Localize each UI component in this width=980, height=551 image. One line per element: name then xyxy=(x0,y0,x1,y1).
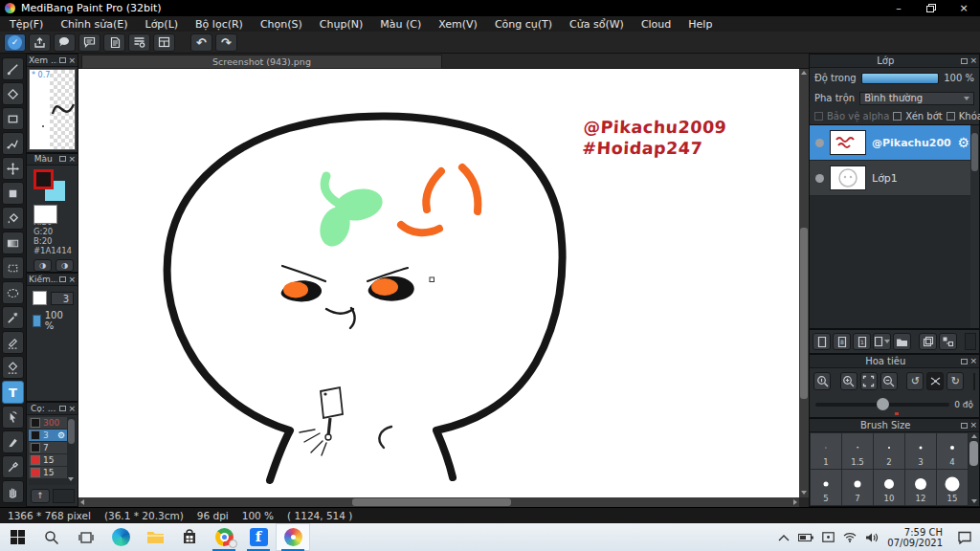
settings-list-button[interactable] xyxy=(128,33,150,52)
navigator-scrollbar[interactable] xyxy=(973,373,975,390)
taskbar-medibang[interactable] xyxy=(276,523,310,551)
brush-tool[interactable] xyxy=(2,57,24,80)
maximize-button[interactable] xyxy=(915,0,947,16)
brush-settings-icon[interactable]: ⚙ xyxy=(57,430,65,440)
brush-size-field[interactable]: 3 xyxy=(51,292,74,305)
brush-size-close-icon[interactable]: × xyxy=(969,421,977,430)
layer-row[interactable]: Lớp1 xyxy=(810,161,979,196)
start-button[interactable] xyxy=(0,523,34,551)
battery-icon[interactable] xyxy=(798,533,813,542)
menu-cloud[interactable]: Cloud xyxy=(641,18,671,31)
taskbar-chrome[interactable] xyxy=(207,523,241,551)
reset-view-button[interactable] xyxy=(926,372,944,390)
text-tool[interactable]: T xyxy=(2,381,24,404)
brush-opacity-value[interactable]: 100 % xyxy=(45,310,74,331)
brush-item[interactable]: 7 xyxy=(29,442,67,454)
taskbar-clock[interactable]: 7:59 CH 07/09/2021 xyxy=(887,527,943,548)
preview-close-icon[interactable]: × xyxy=(68,56,76,65)
cloud-sync-button[interactable]: ✓ xyxy=(4,33,26,52)
blend-mode-dropdown[interactable]: Bình thường xyxy=(859,92,974,105)
document-button[interactable] xyxy=(103,33,125,52)
brush-list-close-icon[interactable]: × xyxy=(68,405,76,413)
taskbar-store[interactable] xyxy=(172,523,207,551)
new-folder-button[interactable] xyxy=(893,333,911,350)
pen-tool[interactable] xyxy=(2,430,24,453)
taskbar-explorer[interactable] xyxy=(138,523,172,551)
close-button[interactable]: × xyxy=(947,0,980,16)
select-pen-tool[interactable] xyxy=(2,331,24,354)
palette-button[interactable]: ◑ xyxy=(33,259,52,272)
brush-preview-swatch[interactable] xyxy=(33,291,47,305)
color-close-icon[interactable]: × xyxy=(68,155,76,164)
zoom-actual-button[interactable] xyxy=(813,372,831,390)
eraser-tool[interactable] xyxy=(2,82,24,105)
menu-help[interactable]: Help xyxy=(688,18,712,31)
opacity-slider[interactable] xyxy=(861,73,940,84)
preview-popout-icon[interactable] xyxy=(59,57,66,63)
speaker-icon[interactable] xyxy=(865,532,879,543)
taskbar-edge[interactable] xyxy=(103,523,138,551)
rotation-slider[interactable] xyxy=(815,403,949,407)
move-tool[interactable] xyxy=(2,157,24,180)
eyedropper-tool[interactable] xyxy=(2,455,24,478)
menu-bo-loc[interactable]: Bộ lọc(R) xyxy=(195,18,243,31)
lasso-tool[interactable] xyxy=(2,281,24,304)
window-layout-button[interactable] xyxy=(153,33,175,52)
hscroll-thumb[interactable] xyxy=(352,498,511,506)
document-tab[interactable]: Screenshot (943).png xyxy=(81,55,442,69)
minimize-button[interactable]: – xyxy=(882,0,915,16)
new-8bit-layer-button[interactable]: 8 xyxy=(833,333,851,350)
color-popout-icon[interactable] xyxy=(59,156,66,162)
foreground-color-swatch[interactable] xyxy=(33,169,54,189)
operation-tool[interactable] xyxy=(2,406,24,429)
shape-brush-tool[interactable] xyxy=(2,107,24,130)
canvas-vscrollbar[interactable] xyxy=(799,69,809,497)
menu-cong-cu[interactable]: Công cụ(T) xyxy=(495,18,552,31)
navigator-popout-icon[interactable] xyxy=(961,359,968,364)
zoom-in-button[interactable] xyxy=(840,372,858,390)
brush-item[interactable]: 15 xyxy=(29,454,67,467)
fit-screen-button[interactable] xyxy=(860,372,878,390)
brush-size-option[interactable]: 1 xyxy=(811,433,841,469)
brush-size-option[interactable]: 1.5 xyxy=(842,433,873,469)
menu-lop[interactable]: Lớp(L) xyxy=(145,18,179,31)
hand-tool[interactable] xyxy=(2,480,24,503)
layer-gear-icon[interactable]: ⚙ xyxy=(957,135,969,150)
gradient-tool[interactable] xyxy=(2,231,24,254)
brush-size-scrollbar[interactable] xyxy=(969,432,979,506)
new-1bit-layer-button[interactable]: 1 xyxy=(853,333,871,350)
brush-opacity-swatch[interactable] xyxy=(33,315,41,327)
select-eraser-tool[interactable] xyxy=(2,356,24,379)
new-layer-button[interactable] xyxy=(813,333,831,350)
brush-size-option[interactable]: 15 xyxy=(937,470,968,505)
navigator-close-icon[interactable]: × xyxy=(969,357,977,365)
layer-popout-icon[interactable] xyxy=(961,58,968,64)
layer-visibility-icon[interactable] xyxy=(815,139,824,147)
bucket-tool[interactable] xyxy=(2,207,24,230)
taskbar-facebook[interactable]: f xyxy=(241,523,276,551)
brush-size-option[interactable]: 5 xyxy=(811,470,841,505)
brush-size-option[interactable]: 12 xyxy=(905,470,936,505)
menu-xem[interactable]: Xem(V) xyxy=(438,18,478,31)
brush-size-option[interactable]: 4 xyxy=(937,433,968,469)
menu-chup[interactable]: Chụp(N) xyxy=(320,18,363,31)
tray-expand-icon[interactable] xyxy=(778,534,790,541)
clipping-checkbox[interactable] xyxy=(893,112,902,121)
layer-row-selected[interactable]: @Pikachu2009 ⚙ xyxy=(810,125,979,161)
select-rect-tool[interactable] xyxy=(2,256,24,279)
duplicate-layer-button[interactable] xyxy=(919,333,937,350)
add-layer-menu-button[interactable] xyxy=(873,333,891,350)
palette-add-button[interactable]: ◑ xyxy=(56,259,74,272)
brush-list-hscroll[interactable] xyxy=(53,489,75,503)
merge-layer-button[interactable] xyxy=(939,333,957,350)
alpha-protect-checkbox[interactable] xyxy=(814,112,823,121)
fill-shape-tool[interactable] xyxy=(2,182,24,205)
menu-cua-so[interactable]: Cửa sổ(W) xyxy=(569,18,624,31)
brush-list-scrollbar[interactable] xyxy=(67,417,76,485)
brush-size-option[interactable]: 3 xyxy=(905,433,936,469)
publish-button[interactable] xyxy=(29,33,51,52)
brush-upload-button[interactable]: ↑ xyxy=(31,489,50,503)
message-button[interactable] xyxy=(78,33,100,52)
ime-language-icon[interactable] xyxy=(822,532,835,542)
zoom-out-button[interactable] xyxy=(880,372,898,390)
